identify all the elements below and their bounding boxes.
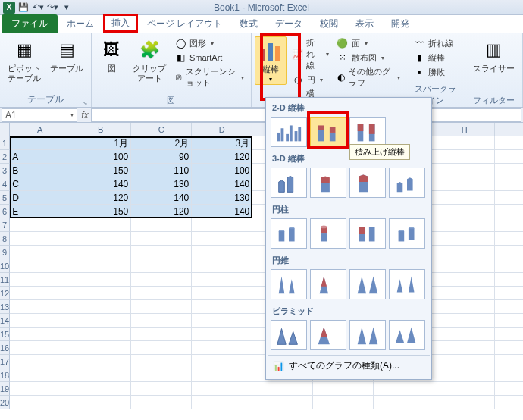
table-button[interactable]: ▤ テーブル bbox=[47, 36, 86, 75]
row-header[interactable]: 15 bbox=[0, 328, 10, 341]
row-header[interactable]: 5 bbox=[0, 191, 10, 205]
cell[interactable] bbox=[131, 232, 192, 246]
cell[interactable] bbox=[70, 232, 131, 246]
cell[interactable]: 2月 bbox=[131, 136, 192, 150]
cell[interactable] bbox=[434, 136, 495, 150]
chart-cone-100stacked[interactable] bbox=[349, 269, 386, 299]
cell[interactable]: 90 bbox=[131, 150, 192, 164]
chart-2d-100stacked[interactable] bbox=[349, 117, 386, 147]
column-header[interactable]: H bbox=[434, 123, 495, 136]
cell[interactable] bbox=[131, 341, 192, 355]
cell[interactable] bbox=[70, 382, 131, 396]
row-header[interactable]: 4 bbox=[0, 177, 10, 191]
cell[interactable]: C bbox=[10, 177, 70, 191]
cell[interactable] bbox=[131, 368, 192, 382]
row-header[interactable]: 13 bbox=[0, 300, 10, 314]
cell[interactable] bbox=[495, 314, 523, 328]
cell[interactable]: B bbox=[10, 164, 70, 177]
cell[interactable] bbox=[70, 314, 131, 328]
cell[interactable] bbox=[252, 396, 313, 409]
select-all-corner[interactable] bbox=[0, 123, 10, 136]
cell[interactable]: 130 bbox=[192, 191, 252, 205]
cell[interactable] bbox=[10, 136, 70, 150]
tab-developer[interactable]: 開発 bbox=[383, 14, 418, 33]
cell[interactable] bbox=[70, 287, 131, 300]
cell[interactable]: 120 bbox=[192, 150, 252, 164]
cell[interactable] bbox=[192, 287, 252, 300]
row-header[interactable]: 11 bbox=[0, 273, 10, 287]
row-header[interactable]: 17 bbox=[0, 355, 10, 368]
cell[interactable] bbox=[70, 396, 131, 409]
cell[interactable] bbox=[10, 396, 70, 409]
cell[interactable]: 120 bbox=[131, 205, 192, 218]
cell[interactable] bbox=[192, 273, 252, 287]
cell[interactable] bbox=[192, 314, 252, 328]
cell[interactable]: 140 bbox=[70, 177, 131, 191]
row-header[interactable]: 14 bbox=[0, 314, 10, 328]
chart-cone-clustered[interactable] bbox=[271, 269, 307, 299]
row-header[interactable]: 1 bbox=[0, 136, 10, 150]
row-header[interactable]: 10 bbox=[0, 259, 10, 273]
cell[interactable] bbox=[434, 273, 495, 287]
cell[interactable] bbox=[434, 177, 495, 191]
row-header[interactable]: 12 bbox=[0, 287, 10, 300]
cell[interactable] bbox=[10, 218, 70, 232]
cell[interactable] bbox=[495, 396, 523, 409]
app-icon[interactable]: X bbox=[3, 2, 15, 14]
cell[interactable] bbox=[434, 287, 495, 300]
picture-button[interactable]: 🖼 図 bbox=[96, 36, 127, 75]
fx-icon[interactable]: fx bbox=[79, 110, 91, 121]
cell[interactable] bbox=[192, 218, 252, 232]
column-header[interactable]: B bbox=[70, 123, 131, 136]
cell[interactable] bbox=[434, 164, 495, 177]
chart-cone-stacked[interactable] bbox=[310, 269, 346, 299]
cell[interactable] bbox=[10, 300, 70, 314]
cell[interactable] bbox=[10, 355, 70, 368]
tab-view[interactable]: 表示 bbox=[347, 14, 382, 33]
cell[interactable] bbox=[192, 328, 252, 341]
cell[interactable] bbox=[131, 396, 192, 409]
cell[interactable] bbox=[495, 150, 523, 164]
cell[interactable] bbox=[434, 150, 495, 164]
name-box[interactable]: A1▾ bbox=[2, 108, 77, 122]
cell[interactable] bbox=[10, 259, 70, 273]
cell[interactable]: 120 bbox=[70, 191, 131, 205]
cell[interactable] bbox=[434, 314, 495, 328]
scatter-chart-button[interactable]: ⁙散布図▾ bbox=[334, 51, 402, 64]
cell[interactable] bbox=[131, 287, 192, 300]
cell[interactable] bbox=[131, 246, 192, 259]
smartart-button[interactable]: ◧SmartArt bbox=[172, 51, 246, 64]
column-header[interactable]: A bbox=[10, 123, 70, 136]
pivot-table-button[interactable]: ▦ ピボット テーブル bbox=[5, 36, 44, 85]
chart-pyr-clustered[interactable] bbox=[271, 320, 307, 350]
cell[interactable]: 140 bbox=[131, 191, 192, 205]
cell[interactable] bbox=[10, 341, 70, 355]
cell[interactable] bbox=[192, 259, 252, 273]
cell[interactable]: 3月 bbox=[192, 136, 252, 150]
cell[interactable] bbox=[192, 355, 252, 368]
chart-3d-stacked[interactable] bbox=[310, 168, 346, 198]
cell[interactable] bbox=[70, 246, 131, 259]
cell[interactable] bbox=[495, 328, 523, 341]
cell[interactable]: 130 bbox=[131, 177, 192, 191]
chart-pyr-3d[interactable] bbox=[389, 320, 425, 350]
sparkline-column-button[interactable]: ▮縦棒 bbox=[411, 51, 456, 64]
row-header[interactable]: 3 bbox=[0, 164, 10, 177]
row-header[interactable]: 19 bbox=[0, 382, 10, 396]
tab-formulas[interactable]: 数式 bbox=[231, 14, 266, 33]
cell[interactable] bbox=[434, 328, 495, 341]
chart-cyl-3d[interactable] bbox=[389, 218, 425, 249]
slicer-button[interactable]: ▥ スライサー bbox=[470, 36, 518, 75]
chart-cyl-clustered[interactable] bbox=[271, 218, 307, 249]
tab-insert[interactable]: 挿入 bbox=[103, 14, 138, 33]
cell[interactable] bbox=[10, 232, 70, 246]
cell[interactable]: 1月 bbox=[70, 136, 131, 150]
row-header[interactable]: 6 bbox=[0, 205, 10, 218]
cell[interactable] bbox=[434, 191, 495, 205]
cell[interactable]: 100 bbox=[192, 164, 252, 177]
tables-launcher-icon[interactable]: ↘ bbox=[82, 99, 88, 107]
pie-chart-button[interactable]: ◔円▾ bbox=[290, 73, 331, 86]
cell[interactable] bbox=[374, 382, 434, 396]
cell[interactable] bbox=[131, 273, 192, 287]
cell[interactable]: 110 bbox=[131, 164, 192, 177]
